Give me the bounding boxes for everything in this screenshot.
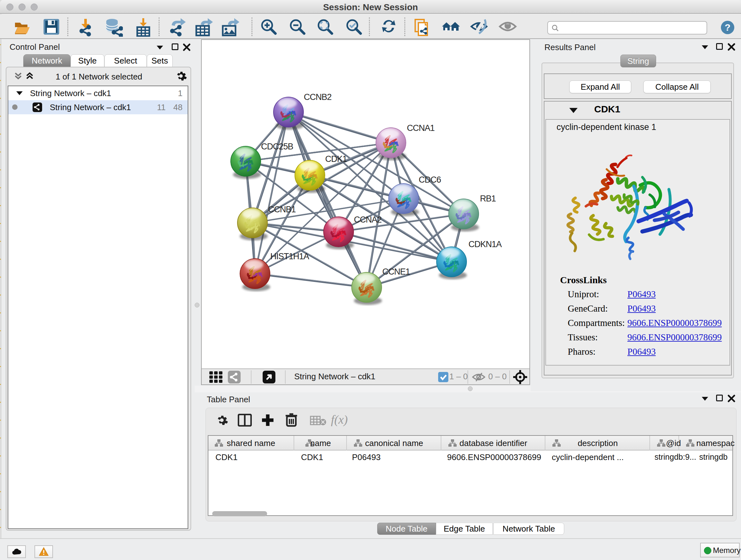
svg-text:CCNB1: CCNB1 — [268, 205, 296, 214]
svg-text:CCNE1: CCNE1 — [382, 267, 410, 276]
svg-text:CDC6: CDC6 — [419, 175, 441, 185]
svg-text:CDK1: CDK1 — [325, 154, 347, 164]
svg-text:CCNA2: CCNA2 — [354, 215, 382, 225]
svg-text:CCNB2: CCNB2 — [304, 92, 332, 102]
svg-text:RB1: RB1 — [480, 194, 496, 203]
svg-text:CDKN1A: CDKN1A — [468, 240, 502, 249]
svg-text:CCNA1: CCNA1 — [407, 123, 434, 133]
svg-text:CDC25B: CDC25B — [261, 142, 293, 151]
svg-text:HIST1H1A: HIST1H1A — [270, 252, 309, 261]
svg-text:?: ? — [725, 22, 731, 33]
